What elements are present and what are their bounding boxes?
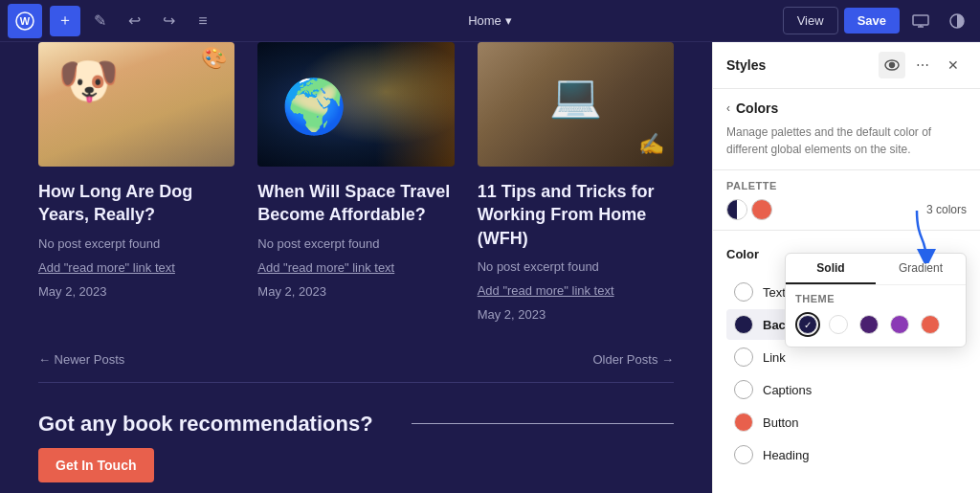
post-read-more-wfh[interactable]: Add "read more" link text	[478, 283, 674, 298]
picker-tab-gradient[interactable]: Gradient	[876, 254, 966, 284]
footer-divider	[412, 423, 674, 424]
picker-tabs: Solid Gradient	[786, 254, 966, 285]
color-name-text: Text	[763, 285, 786, 300]
picker-swatch-dark[interactable]: ✓	[795, 312, 820, 337]
pagination: ← Newer Posts Older Posts →	[38, 345, 674, 382]
section-description: Manage palettes and the default color of…	[726, 123, 967, 158]
post-card-wfh: 💻 ✍️ 11 Tips and Tricks for Working From…	[478, 42, 674, 322]
post-read-more-space[interactable]: Add "read more" link text	[257, 260, 454, 275]
svg-text:W: W	[20, 15, 31, 27]
picker-swatch-purple-mid[interactable]	[887, 312, 912, 337]
post-read-more-dog[interactable]: Add "read more" link text	[38, 260, 234, 275]
post-title-space: When Will Space Travel Become Affordable…	[257, 180, 454, 227]
back-icon: ‹	[726, 101, 730, 115]
eye-button[interactable]	[879, 52, 905, 78]
picker-swatches: ✓	[786, 308, 966, 347]
add-block-button[interactable]: ＋	[50, 6, 80, 36]
footer-content: Got any book recommendations?	[38, 412, 674, 437]
post-excerpt-space: No post excerpt found	[257, 236, 454, 251]
color-name-heading: Heading	[763, 448, 809, 462]
nav-chevron-icon: ▾	[505, 13, 512, 28]
cta-button[interactable]: Get In Touch	[38, 448, 154, 482]
palette-row: 3 colors	[726, 199, 967, 220]
footer-title: Got any book recommendations?	[38, 412, 373, 437]
post-image-wfh: 💻 ✍️	[478, 42, 674, 167]
main-layout: 🐶 🎨 How Long Are Dog Years, Really? No p…	[0, 42, 980, 493]
colors-section-header: ‹ Colors Manage palettes and the default…	[713, 89, 980, 170]
color-section-title: Color	[726, 247, 759, 261]
color-dot-text	[734, 282, 753, 302]
post-date-wfh: May 2, 2023	[478, 307, 674, 322]
color-dot-captions	[734, 380, 753, 399]
color-picker-popup: Solid Gradient THEME ✓	[785, 253, 967, 347]
posts-grid: 🐶 🎨 How Long Are Dog Years, Really? No p…	[38, 42, 674, 322]
palette-label: PALETTE	[726, 180, 967, 191]
toolbar: W ＋ ✎ ↩ ↪ ≡ Home ▾ View Save	[0, 0, 980, 42]
color-item-captions[interactable]: Captions	[726, 374, 967, 405]
picker-tab-solid[interactable]: Solid	[786, 254, 876, 284]
svg-rect-2	[913, 15, 928, 25]
color-item-heading[interactable]: Heading	[726, 439, 967, 470]
panel-header: Styles ⋯ ✕	[713, 42, 980, 89]
panel-close-button[interactable]: ✕	[940, 52, 967, 78]
color-name-button: Button	[763, 415, 799, 430]
palette-swatches	[726, 199, 772, 220]
post-date-space: May 2, 2023	[257, 284, 454, 299]
palette-swatch-coral	[751, 199, 772, 220]
color-dot-button	[734, 413, 753, 432]
svg-point-7	[890, 63, 895, 68]
nav-center: Home ▾	[468, 13, 512, 28]
post-date-dog: May 2, 2023	[38, 284, 234, 299]
view-button[interactable]: View	[783, 7, 838, 34]
post-excerpt-wfh: No post excerpt found	[478, 259, 674, 274]
styles-panel: Styles ⋯ ✕ ‹ Colors Manage palettes and …	[712, 42, 980, 493]
palette-count: 3 colors	[926, 203, 967, 216]
color-dot-background	[734, 315, 753, 334]
newer-posts-link[interactable]: ← Newer Posts	[38, 352, 124, 367]
color-dot-link	[734, 347, 753, 367]
older-posts-link[interactable]: Older Posts →	[592, 352, 674, 367]
post-card-dog: 🐶 🎨 How Long Are Dog Years, Really? No p…	[38, 42, 234, 322]
footer-section: Got any book recommendations? Get In Tou…	[38, 382, 674, 493]
back-button[interactable]: ‹ Colors	[726, 101, 967, 116]
picker-swatch-purple-dark[interactable]	[857, 312, 881, 337]
post-title-wfh: 11 Tips and Tricks for Working From Home…	[478, 180, 674, 250]
save-button[interactable]: Save	[844, 8, 900, 34]
color-name-captions: Captions	[763, 383, 812, 397]
picker-theme-label: THEME	[786, 285, 966, 308]
redo-button[interactable]: ↪	[153, 6, 184, 36]
palette-section: PALETTE 3 colors	[713, 170, 980, 231]
panel-header-icons: ⋯ ✕	[879, 52, 967, 78]
color-item-button[interactable]: Button	[726, 407, 967, 437]
panel-title: Styles	[726, 57, 766, 73]
content-area: 🐶 🎨 How Long Are Dog Years, Really? No p…	[0, 42, 712, 493]
toolbar-right: View Save	[783, 6, 972, 36]
desktop-preview-button[interactable]	[905, 6, 936, 36]
post-card-space: 🌍 When Will Space Travel Become Affordab…	[257, 42, 454, 322]
picker-swatch-white[interactable]	[826, 312, 851, 337]
color-name-link: Link	[763, 350, 786, 365]
section-title: Colors	[736, 101, 778, 116]
picker-swatch-coral[interactable]	[918, 312, 943, 337]
nav-home-label[interactable]: Home	[468, 13, 501, 28]
post-title-dog: How Long Are Dog Years, Really?	[38, 180, 234, 227]
wp-logo[interactable]: W	[8, 4, 42, 38]
post-image-space: 🌍	[257, 42, 454, 167]
undo-button[interactable]: ↩	[119, 6, 149, 36]
list-view-button[interactable]: ≡	[188, 6, 218, 36]
post-excerpt-dog: No post excerpt found	[38, 236, 234, 251]
contrast-button[interactable]	[942, 6, 972, 36]
edit-button[interactable]: ✎	[84, 6, 115, 36]
post-image-dog: 🐶 🎨	[38, 42, 234, 167]
color-dot-heading	[734, 445, 753, 464]
panel-more-button[interactable]: ⋯	[909, 52, 936, 78]
